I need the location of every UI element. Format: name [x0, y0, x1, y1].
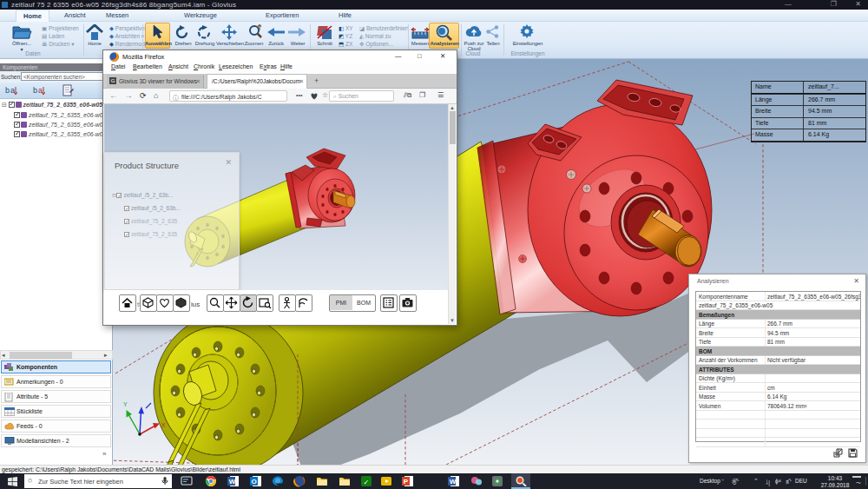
svg-text:a: a — [38, 86, 43, 95]
svg-text:✓: ✓ — [364, 479, 370, 486]
svg-text:b: b — [5, 86, 10, 95]
svg-text:a: a — [10, 86, 15, 95]
svg-text:W: W — [450, 478, 457, 486]
svg-text:W: W — [229, 478, 236, 486]
svg-text:b: b — [33, 86, 37, 95]
svg-text:X: X — [161, 422, 166, 428]
svg-text:O: O — [252, 478, 257, 486]
svg-text:Y: Y — [123, 401, 128, 407]
svg-text:P: P — [404, 478, 409, 486]
